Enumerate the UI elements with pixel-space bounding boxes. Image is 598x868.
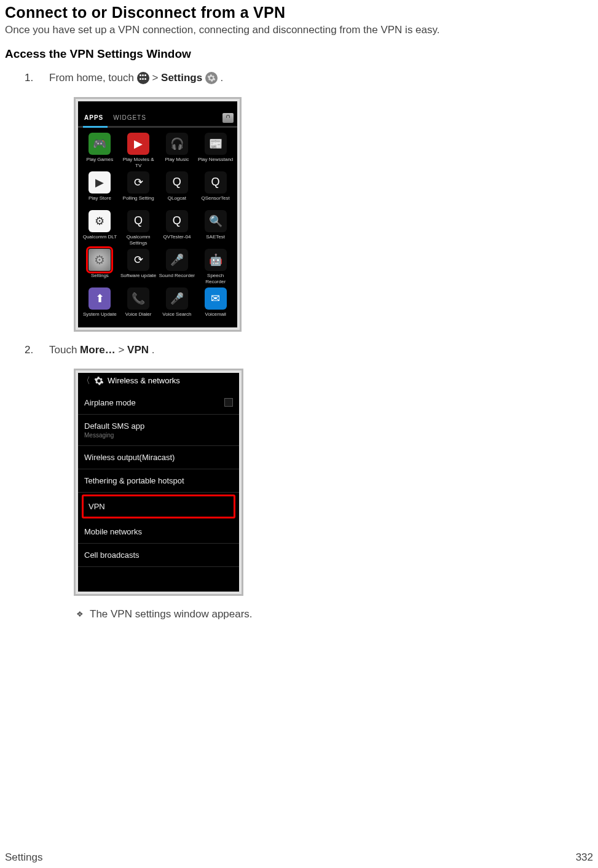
wireless-networks-title: Wireless & networks [108, 376, 180, 385]
app-system-update[interactable]: ⬆System Update [81, 287, 119, 324]
app-icon: ▶ [127, 133, 149, 155]
app-label: Speech Recorder [197, 273, 234, 285]
apps-icon [137, 72, 149, 84]
drawer-tab-widgets[interactable]: WIDGETS [113, 114, 146, 121]
wireless-item-sublabel: Messaging [84, 432, 233, 439]
play-store-icon[interactable] [222, 113, 234, 123]
wireless-item-label: Airplane mode [84, 398, 136, 407]
app-polling-setting[interactable]: ⟳Polling Setting [119, 171, 158, 208]
app-settings[interactable]: ⚙Settings [81, 249, 119, 285]
wireless-item-tethering-portable-hotspot[interactable]: Tethering & portable hotspot [78, 469, 239, 493]
wireless-item-vpn[interactable]: VPN [82, 495, 235, 518]
step-2-period: . [152, 344, 155, 356]
step-2-text-a: Touch [49, 344, 80, 356]
app-software-update[interactable]: ⟳Software update [119, 249, 158, 285]
app-label: Voice Dialer [125, 311, 152, 324]
app-icon: ✉ [205, 287, 227, 310]
app-voice-dialer[interactable]: 📞Voice Dialer [119, 287, 158, 324]
app-qvtester-04[interactable]: QQVTester-04 [158, 210, 197, 246]
app-icon: 🎤 [166, 287, 188, 310]
wireless-item-wireless-output-miracast-[interactable]: Wireless output(Miracast) [78, 446, 239, 469]
app-icon: Q [166, 171, 188, 194]
app-icon: Q [166, 210, 188, 232]
app-icon: 🎧 [166, 133, 188, 155]
step-2-vpn-word: VPN [127, 344, 149, 356]
app-label: Qualcomm Settings [120, 234, 157, 246]
app-play-movies-tv[interactable]: ▶Play Movies & TV [119, 133, 158, 169]
section-heading: Access the VPN Settings Window [5, 47, 593, 61]
app-icon: 🎮 [89, 133, 111, 155]
app-label: Play Newsstand [198, 157, 233, 169]
wireless-item-airplane-mode[interactable]: Airplane mode [78, 391, 239, 415]
wireless-item-label: Default SMS app [84, 421, 144, 431]
app-label: Play Music [165, 157, 189, 169]
step-1-settings-word: Settings [161, 72, 202, 84]
app-icon: ⚙ [89, 249, 111, 271]
app-icon: ▶ [89, 171, 111, 194]
step-1-text-a: From home, touch [49, 72, 137, 84]
wireless-item-cell-broadcasts[interactable]: Cell broadcasts [78, 544, 239, 567]
app-label: QLogcat [168, 195, 186, 208]
app-label: Polling Setting [123, 195, 154, 208]
screenshot-app-drawer: APPS WIDGETS 🎮Play Games▶Play Movies & T… [74, 97, 242, 332]
gear-icon [205, 72, 218, 84]
app-label: Play Movies & TV [120, 157, 157, 169]
screenshot-wireless-networks: 〈 Wireless & networks Airplane modeDefau… [74, 369, 243, 596]
settings-header-gear-icon [94, 376, 104, 386]
app-qlogcat[interactable]: QQLogcat [158, 171, 197, 208]
wireless-item-label: Cell broadcasts [84, 550, 140, 560]
app-play-store[interactable]: ▶Play Store [81, 171, 119, 208]
step-1-text-b: > [152, 72, 161, 84]
step-2-gt: > [118, 344, 127, 356]
app-qualcomm-dlt[interactable]: ⚙Qualcomm DLT [81, 210, 119, 246]
app-sound-recorder[interactable]: 🎤Sound Recorder [158, 249, 197, 285]
app-label: QVTester-04 [163, 234, 191, 246]
app-label: Play Games [87, 157, 114, 169]
app-icon: ⟳ [127, 249, 149, 271]
app-saetest[interactable]: 🔍SAETest [196, 210, 235, 246]
wireless-item-default-sms-app[interactable]: Default SMS appMessaging [78, 415, 239, 446]
app-label: Settings [91, 273, 109, 285]
step-2: Touch More… > VPN . 〈 Wireless & network… [25, 344, 593, 620]
app-icon: Q [205, 171, 227, 194]
page-title: Connect to or Disconnect from a VPN [5, 4, 593, 22]
app-label: QSensorTest [202, 195, 230, 208]
app-speech-recorder[interactable]: 🤖Speech Recorder [196, 249, 235, 285]
result-line: The VPN settings window appears. [76, 608, 593, 620]
app-icon: 🔍 [205, 210, 227, 232]
app-label: Play Store [89, 195, 111, 208]
airplane-mode-checkbox[interactable] [224, 398, 233, 407]
step-2-more-word: More… [80, 344, 116, 356]
app-qsensortest[interactable]: QQSensorTest [196, 171, 235, 208]
app-icon: 🎤 [166, 249, 188, 271]
app-icon: ⚙ [89, 210, 111, 232]
wireless-item-label: Mobile networks [84, 527, 142, 536]
app-icon: ⬆ [89, 287, 111, 310]
app-icon: 🤖 [205, 249, 227, 271]
app-play-music[interactable]: 🎧Play Music [158, 133, 197, 169]
drawer-tab-apps[interactable]: APPS [84, 114, 103, 121]
wireless-item-label: Tethering & portable hotspot [84, 476, 184, 485]
app-label: Qualcomm DLT [83, 234, 117, 246]
app-icon: ⟳ [127, 171, 149, 194]
app-label: SAETest [206, 234, 225, 246]
app-icon: 📰 [205, 133, 227, 155]
step-1-period: . [221, 72, 224, 84]
app-label: Voicemail [205, 311, 226, 324]
step-1: From home, touch > Settings . APPS WIDGE… [25, 72, 593, 332]
app-icon: Q [127, 210, 149, 232]
intro-paragraph: Once you have set up a VPN connection, c… [5, 24, 593, 36]
app-play-games[interactable]: 🎮Play Games [81, 133, 119, 169]
app-icon: 📞 [127, 287, 149, 310]
app-voicemail[interactable]: ✉Voicemail [196, 287, 235, 324]
wireless-item-label: VPN [89, 502, 105, 511]
footer-page-number: 332 [576, 851, 593, 864]
wireless-item-label: Wireless output(Miracast) [84, 453, 175, 462]
wireless-item-mobile-networks[interactable]: Mobile networks [78, 520, 239, 544]
app-voice-search[interactable]: 🎤Voice Search [158, 287, 197, 324]
app-play-newsstand[interactable]: 📰Play Newsstand [196, 133, 235, 169]
app-label: Sound Recorder [159, 273, 195, 285]
back-chevron-icon[interactable]: 〈 [82, 375, 90, 386]
app-label: Voice Search [162, 311, 191, 324]
app-qualcomm-settings[interactable]: QQualcomm Settings [119, 210, 158, 246]
